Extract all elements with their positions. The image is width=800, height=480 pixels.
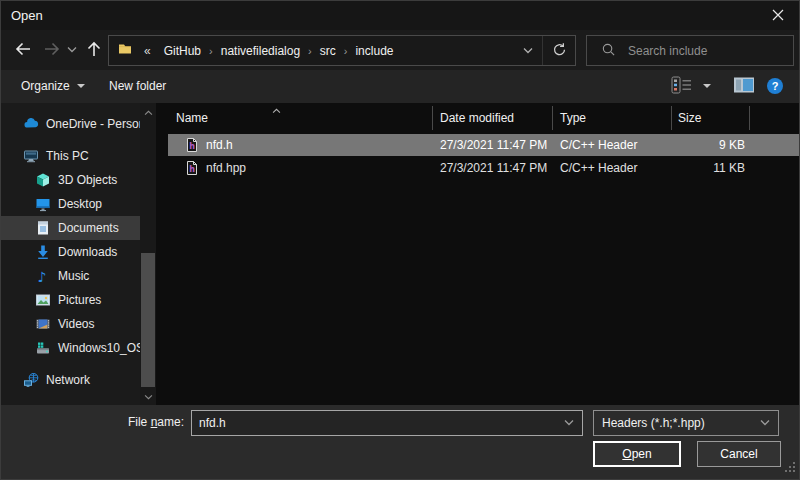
sidebar-item-onedrive-persor[interactable]: OneDrive - Persor <box>1 112 141 136</box>
open-file-dialog: Open « GitHub›nativefiledialog›src›inclu… <box>0 0 800 480</box>
file-name-dropdown-button[interactable] <box>556 411 582 435</box>
file-name-label: File name: <box>1 415 184 429</box>
sidebar-item-music[interactable]: ♪Music <box>1 264 141 288</box>
sidebar-item-downloads[interactable]: Downloads <box>1 240 141 264</box>
window-title: Open <box>11 8 43 23</box>
titlebar: Open <box>1 1 799 30</box>
file-size-cell: 11 KB <box>672 161 750 175</box>
file-rows: hnfd.h27/3/2021 11:47 PMC/C++ Header9 KB… <box>168 134 799 179</box>
sort-ascending-icon <box>272 103 281 117</box>
pictures-icon <box>35 292 51 308</box>
navigation-bar: « GitHub›nativefiledialog›src›include Se… <box>1 30 799 70</box>
sidebar-scrollbar[interactable] <box>140 103 156 405</box>
sidebar-section: This PC3D ObjectsDesktopDocumentsDownloa… <box>1 144 156 360</box>
refresh-button[interactable] <box>542 36 575 65</box>
refresh-icon <box>552 42 567 60</box>
preview-pane-button[interactable] <box>725 70 763 102</box>
documents-icon <box>35 220 51 236</box>
onedrive-icon <box>23 116 39 132</box>
file-name-input[interactable] <box>192 411 556 435</box>
navigation-pane: OneDrive - PersorThis PC3D ObjectsDeskto… <box>1 103 156 405</box>
breadcrumb: GitHub›nativefiledialog›src›include <box>156 44 402 58</box>
column-header-type[interactable]: Type <box>553 103 672 133</box>
help-button[interactable]: ? <box>759 70 791 102</box>
scroll-down-button[interactable] <box>140 389 156 403</box>
search-box[interactable]: Search include <box>586 35 794 66</box>
column-header-size[interactable]: Size <box>672 103 750 133</box>
close-button[interactable] <box>761 3 795 29</box>
search-icon <box>601 42 616 60</box>
file-type-dropdown-button <box>752 411 778 435</box>
column-header-filler <box>750 103 799 133</box>
this-pc-icon <box>23 148 39 164</box>
recent-locations-button[interactable] <box>63 37 80 63</box>
sidebar-item-desktop[interactable]: Desktop <box>1 192 141 216</box>
resize-grip[interactable] <box>784 461 796 476</box>
file-type-cell: C/C++ Header <box>553 161 672 175</box>
sidebar-item-label: This PC <box>46 149 89 163</box>
preview-pane-icon <box>733 76 755 97</box>
svg-text:♪: ♪ <box>38 269 47 285</box>
breadcrumb-item-github[interactable]: GitHub <box>156 44 209 58</box>
forward-button[interactable] <box>39 37 65 63</box>
file-name-combobox <box>191 410 583 436</box>
scrollbar-thumb[interactable] <box>141 253 155 387</box>
file-h-icon: h <box>184 137 200 153</box>
dialog-footer: File name: Headers (*.h;*.hpp) Open Canc… <box>1 405 799 479</box>
breadcrumb-item-include[interactable]: include <box>347 44 401 58</box>
breadcrumb-item-nativefiledialog[interactable]: nativefiledialog <box>213 44 308 58</box>
sidebar-item-3d-objects[interactable]: 3D Objects <box>1 168 141 192</box>
file-type-select[interactable]: Headers (*.h;*.hpp) <box>593 410 779 436</box>
sidebar-item-this-pc[interactable]: This PC <box>1 144 141 168</box>
videos-icon <box>35 316 51 332</box>
search-placeholder: Search include <box>628 44 707 58</box>
sidebar-item-label: OneDrive - Persor <box>46 117 141 131</box>
column-header-name[interactable]: Name <box>168 103 433 133</box>
column-header-row: Name Date modified Type Size <box>168 103 799 133</box>
sidebar-item-windows10-os[interactable]: Windows10_OS ( <box>1 336 141 360</box>
music-icon: ♪ <box>35 268 51 284</box>
breadcrumb-item-src[interactable]: src <box>312 44 344 58</box>
cancel-button[interactable]: Cancel <box>697 441 781 467</box>
sidebar-item-documents[interactable]: Documents <box>1 216 141 240</box>
change-view-dropdown-button[interactable] <box>695 70 719 102</box>
sidebar-item-videos[interactable]: Videos <box>1 312 141 336</box>
sidebar-item-label: Downloads <box>58 245 117 259</box>
dropdown-triangle-icon <box>703 84 711 88</box>
address-dropdown-button[interactable] <box>514 36 542 65</box>
column-header-date-modified[interactable]: Date modified <box>433 103 553 133</box>
file-row-nfd-h[interactable]: hnfd.h27/3/2021 11:47 PMC/C++ Header9 KB <box>168 134 799 156</box>
desktop-icon <box>35 196 51 212</box>
breadcrumb-overflow-button[interactable]: « <box>139 44 156 58</box>
file-name-text: nfd.hpp <box>206 161 246 175</box>
sidebar-item-label: Videos <box>58 317 94 331</box>
file-type-cell: C/C++ Header <box>553 138 672 152</box>
open-button[interactable]: Open <box>593 441 681 467</box>
file-list: Name Date modified Type Size hnfd.h27/3/… <box>156 103 799 405</box>
objects-3d-icon <box>35 172 51 188</box>
sidebar-item-label: Pictures <box>58 293 101 307</box>
column-header-label: Name <box>176 111 208 125</box>
folder-icon <box>117 41 133 60</box>
file-h-icon: h <box>184 160 200 176</box>
sidebar-item-label: 3D Objects <box>58 173 117 187</box>
file-row-nfd-hpp[interactable]: hnfd.hpp27/3/2021 11:47 PMC/C++ Header11… <box>168 157 799 179</box>
new-folder-button[interactable]: New folder <box>101 70 174 102</box>
back-button[interactable] <box>9 37 37 63</box>
organize-button[interactable]: Organize <box>13 70 93 102</box>
up-button[interactable] <box>81 37 107 63</box>
cancel-button-label: Cancel <box>720 447 757 461</box>
scroll-up-button[interactable] <box>140 105 156 119</box>
sidebar-item-label: Desktop <box>58 197 102 211</box>
open-button-label: Open <box>622 447 651 461</box>
file-name-cell: hnfd.hpp <box>168 160 433 176</box>
address-bar[interactable]: « GitHub›nativefiledialog›src›include <box>108 35 576 66</box>
details-view-icon <box>671 76 693 97</box>
file-size-cell: 9 KB <box>672 138 750 152</box>
sidebar-item-network[interactable]: Network <box>1 368 141 392</box>
network-icon <box>23 372 39 388</box>
sidebar-item-pictures[interactable]: Pictures <box>1 288 141 312</box>
sidebar-section: OneDrive - Persor <box>1 112 156 136</box>
arrow-left-icon <box>13 39 33 62</box>
chevron-down-icon <box>144 389 153 403</box>
